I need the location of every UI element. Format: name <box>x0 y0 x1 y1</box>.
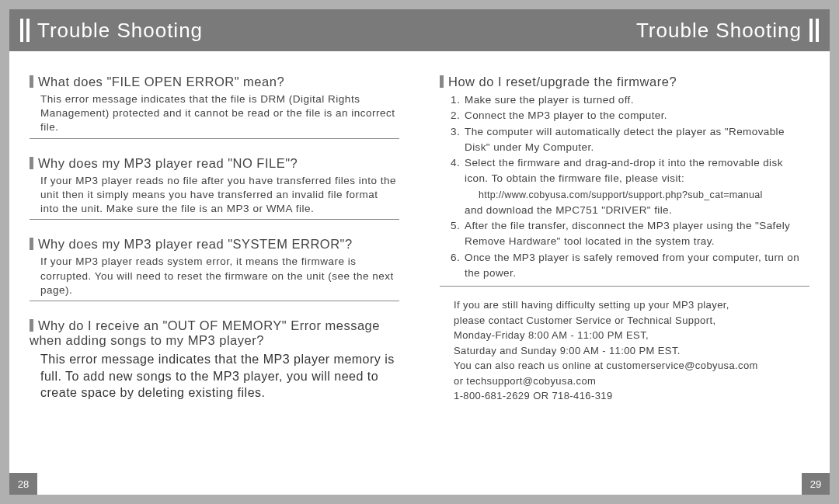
step-text: Select the firmware and drag-and-drop it… <box>465 155 809 218</box>
question: Why does my MP3 player read "NO FILE"? <box>30 156 399 171</box>
support-line: or techsupport@cobyusa.com <box>454 374 809 389</box>
step-text: After the file transfer, disconnect the … <box>465 218 809 250</box>
support-line: You can also reach us online at customer… <box>454 358 809 374</box>
question-text: Why do I receive an "OUT OF MEMORY" Erro… <box>30 318 380 347</box>
step-6: 6.Once the MP3 player is safely removed … <box>451 250 809 282</box>
bullet-icon <box>440 75 444 88</box>
page-number-right: 29 <box>802 473 830 495</box>
content-right: How do I reset/upgrade the firmware? 1.M… <box>420 51 830 495</box>
question-text: How do I reset/upgrade the firmware? <box>448 75 677 89</box>
answer: If your MP3 player reads no file after y… <box>30 174 399 217</box>
header-right: Trouble Shooting <box>420 9 830 51</box>
step-2: 2.Connect the MP3 player to the computer… <box>451 108 809 123</box>
step-text: Make sure the player is turned off. <box>465 92 809 108</box>
question: What does "FILE OPEN ERROR" mean? <box>30 75 399 89</box>
support-line: If you are still having difficulty setti… <box>454 297 809 313</box>
question: How do I reset/upgrade the firmware? <box>440 75 809 89</box>
qa-file-open-error: What does "FILE OPEN ERROR" mean? This e… <box>30 75 399 139</box>
step-text: Connect the MP3 player to the computer. <box>465 108 809 123</box>
answer: If your MP3 player reads system error, i… <box>30 255 399 297</box>
question-text: What does "FILE OPEN ERROR" mean? <box>38 75 284 89</box>
support-line: 1-800-681-2629 OR 718-416-319 <box>454 388 809 404</box>
qa-system-error: Why does my MP3 player read "SYSTEM ERRO… <box>30 237 399 301</box>
qa-out-of-memory: Why do I receive an "OUT OF MEMORY" Erro… <box>30 318 399 405</box>
step-5: 5.After the file transfer, disconnect th… <box>451 218 809 250</box>
support-line: Saturday and Sunday 9:00 AM - 11:00 PM E… <box>454 343 809 359</box>
question-text: Why does my MP3 player read "SYSTEM ERRO… <box>38 237 353 251</box>
support-info: If you are still having difficulty setti… <box>440 297 809 404</box>
step-4-intro: Select the firmware and drag-and-drop it… <box>465 157 783 184</box>
header-left: Trouble Shooting <box>9 9 420 51</box>
step-4-cont: and download the MPC751 "DRIVER" file. <box>465 204 672 216</box>
bullet-icon <box>30 319 33 332</box>
question-text: Why does my MP3 player read "NO FILE"? <box>38 156 298 170</box>
step-3: 3.The computer will automatically detect… <box>451 124 809 156</box>
firmware-url: http://www.cobyusa.com/support/support.p… <box>465 189 763 200</box>
page-left: Trouble Shooting What does "FILE OPEN ER… <box>9 9 420 495</box>
support-line: Monday-Friday 8:00 AM - 11:00 PM EST, <box>454 328 809 343</box>
answer: This error message indicates that the MP… <box>30 351 399 401</box>
page-number-left: 28 <box>9 473 37 495</box>
manual-spread: Trouble Shooting What does "FILE OPEN ER… <box>9 9 830 495</box>
answer: This error message indicates that the fi… <box>30 92 399 135</box>
content-left: What does "FILE OPEN ERROR" mean? This e… <box>9 51 420 495</box>
step-4: 4. Select the firmware and drag-and-drop… <box>451 155 809 218</box>
header-bars-icon <box>809 17 819 43</box>
step-text: The computer will automatically detect t… <box>465 124 809 156</box>
bullet-icon <box>30 238 33 250</box>
header-bars-icon <box>20 17 30 43</box>
step-text: Once the MP3 player is safely removed fr… <box>465 250 809 282</box>
page-right: Trouble Shooting How do I reset/upgrade … <box>420 9 830 495</box>
firmware-steps: 1.Make sure the player is turned off. 2.… <box>440 92 809 281</box>
question: Why do I receive an "OUT OF MEMORY" Erro… <box>30 318 399 348</box>
question: Why does my MP3 player read "SYSTEM ERRO… <box>30 237 399 252</box>
bullet-icon <box>30 75 33 88</box>
support-line: please contact Customer Service or Techn… <box>454 313 809 328</box>
bullet-icon <box>30 157 33 169</box>
header-right-title: Trouble Shooting <box>636 19 802 43</box>
qa-no-file: Why does my MP3 player read "NO FILE"? I… <box>30 156 399 221</box>
qa-reset-firmware: How do I reset/upgrade the firmware? 1.M… <box>440 75 809 287</box>
step-1: 1.Make sure the player is turned off. <box>451 92 809 108</box>
header-left-title: Trouble Shooting <box>37 19 203 43</box>
